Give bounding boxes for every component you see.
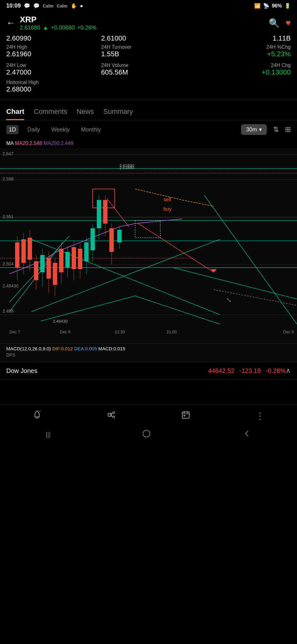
stat-val-24h-volume: 605.56M bbox=[101, 68, 196, 76]
period-weekly[interactable]: Weekly bbox=[49, 125, 72, 134]
stat-label-24h-high: 24H High bbox=[6, 44, 101, 50]
partial-val2: 2.61000 bbox=[101, 34, 196, 42]
chart-area[interactable]: 2.647 2.598 2.551 2.504 2.48430 2.458 2.… bbox=[0, 148, 297, 343]
notification-icon[interactable] bbox=[32, 410, 42, 422]
bottom-ticker-value: 44642.52 bbox=[208, 367, 234, 375]
chart-controls: 1D Daily Weekly Monthly 30m ▾ ⇅ ⊞ bbox=[0, 120, 297, 139]
calm-label-1: Calm bbox=[43, 3, 53, 8]
android-back-icon[interactable] bbox=[242, 429, 251, 440]
share-icon[interactable] bbox=[107, 410, 116, 422]
svg-line-17 bbox=[41, 296, 135, 321]
period-1d[interactable]: 1D bbox=[6, 125, 19, 134]
chevron-down-icon: ▾ bbox=[259, 126, 262, 133]
price-level-3: 2.551 bbox=[3, 214, 14, 219]
current-price: 2.61680 bbox=[20, 25, 40, 31]
stat-label-24h-volume: 24H Volume bbox=[101, 63, 196, 68]
price-change: +0.00680 bbox=[51, 25, 75, 31]
more-options-icon[interactable]: ⋮ bbox=[256, 411, 265, 421]
stat-label-24h-low: 24H Low bbox=[6, 63, 101, 68]
time: 10:09 bbox=[6, 3, 21, 9]
svg-rect-44 bbox=[72, 247, 76, 269]
price-level-6: 2.458 bbox=[3, 308, 14, 314]
stat-label-24h-chg: 24H Chg bbox=[196, 63, 291, 68]
status-left: 10:09 💬 💬 Calm Calm ✋ ● bbox=[6, 3, 83, 9]
stat-val-24h-chg: +0.13000 bbox=[196, 68, 291, 76]
svg-line-18 bbox=[135, 296, 220, 324]
messenger-icon-1: 💬 bbox=[24, 3, 30, 9]
svg-point-75 bbox=[143, 430, 150, 437]
svg-line-15 bbox=[204, 195, 297, 324]
svg-rect-30 bbox=[28, 238, 32, 260]
chart-tabs: Chart Comments News Summary bbox=[0, 103, 297, 120]
tab-summary[interactable]: Summary bbox=[103, 103, 133, 120]
stat-label-24h-pct: 24H %Chg bbox=[196, 44, 291, 50]
battery-icon: 🔋 bbox=[284, 3, 291, 9]
search-icon[interactable]: 🔍 bbox=[269, 18, 280, 28]
ticker-info: XRP 2.61680 ▲ +0.00680 +0.26% bbox=[20, 15, 264, 31]
period-daily[interactable]: Daily bbox=[25, 125, 42, 134]
svg-text:2.48430: 2.48430 bbox=[53, 319, 68, 324]
compare-icon[interactable]: ⇅ bbox=[273, 125, 279, 134]
time-1230: 12:30 bbox=[115, 330, 125, 334]
android-nav: ||| bbox=[0, 425, 297, 446]
tab-news[interactable]: News bbox=[77, 103, 94, 120]
layout-icon[interactable]: ⊞ bbox=[285, 125, 291, 134]
svg-line-19 bbox=[107, 198, 129, 227]
stat-val-24h-low: 2.47000 bbox=[6, 68, 101, 76]
stats-grid: 24H High 2.61960 24H Turnover 1.55B 24H … bbox=[0, 42, 297, 78]
stat-24h-low: 24H Low 2.47000 bbox=[6, 61, 101, 78]
svg-rect-59 bbox=[117, 230, 122, 242]
collapse-icon[interactable]: ∧ bbox=[286, 367, 291, 375]
svg-rect-57 bbox=[109, 228, 114, 252]
tab-chart[interactable]: Chart bbox=[6, 103, 24, 120]
android-home-icon[interactable] bbox=[142, 429, 151, 440]
svg-rect-55 bbox=[103, 200, 107, 224]
svg-rect-28 bbox=[21, 239, 26, 263]
partial-col2: 2.61000 bbox=[101, 34, 196, 42]
stat-24h-turnover: 24H Turnover 1.55B bbox=[101, 42, 196, 60]
svg-line-23 bbox=[182, 200, 214, 206]
svg-line-16 bbox=[173, 268, 297, 299]
svg-rect-52 bbox=[97, 200, 101, 228]
battery-label: 96% bbox=[272, 3, 282, 9]
status-right: 📶 📡 96% 🔋 bbox=[254, 3, 291, 9]
price-level-top: 2.647 bbox=[3, 151, 14, 156]
price-change-pct: +0.26% bbox=[77, 25, 96, 31]
tab-comments[interactable]: Comments bbox=[34, 103, 67, 120]
svg-rect-26 bbox=[15, 242, 19, 268]
svg-rect-50 bbox=[91, 228, 95, 250]
stat-val-24h-turnover: 1.55B bbox=[101, 50, 196, 58]
price-annotation-61890: 2.61890 bbox=[119, 165, 134, 170]
back-button[interactable]: ← bbox=[6, 18, 15, 28]
divider-1 bbox=[0, 100, 297, 100]
favorite-icon[interactable]: ♥ bbox=[285, 18, 291, 28]
svg-line-20 bbox=[138, 224, 214, 272]
svg-rect-65 bbox=[36, 417, 38, 418]
svg-rect-34 bbox=[40, 255, 45, 272]
partial-stats-row: 2.60990 2.61000 1.11B bbox=[0, 34, 297, 42]
calendar-icon[interactable] bbox=[181, 410, 190, 422]
stat-val-24h-high: 2.61960 bbox=[6, 50, 101, 58]
stat-24h-volume: 24H Volume 605.56M bbox=[101, 61, 196, 78]
macd-section: MACD(12.0,26.0,9.0) DIF:0.012 DEA:0.005 … bbox=[0, 343, 297, 362]
ma250-label: MA250:2.449 bbox=[43, 141, 73, 146]
sell-annotation: sell bbox=[163, 197, 171, 203]
messenger-icon-2: 💬 bbox=[33, 3, 40, 9]
hist-high-label: Historical High bbox=[6, 80, 291, 85]
android-recent-icon[interactable]: ||| bbox=[46, 431, 51, 438]
calm-label-2: Calm bbox=[57, 3, 67, 8]
period-monthly[interactable]: Monthly bbox=[79, 125, 103, 134]
partial-col3: 1.11B bbox=[196, 34, 291, 42]
svg-rect-70 bbox=[182, 412, 189, 418]
partial-col1: 2.60990 bbox=[6, 34, 101, 42]
svg-rect-32 bbox=[34, 261, 38, 280]
interval-selector[interactable]: 30m ▾ bbox=[241, 124, 267, 135]
price-level-4: 2.504 bbox=[3, 261, 14, 266]
interval-label: 30m bbox=[246, 126, 257, 133]
stat-24h-chg: 24H Chg +0.13000 bbox=[196, 61, 291, 78]
header: ← XRP 2.61680 ▲ +0.00680 +0.26% 🔍 ♥ bbox=[0, 12, 297, 34]
price-level-5: 2.48430 bbox=[3, 283, 19, 288]
macd-sublabel: DPS bbox=[6, 353, 291, 358]
svg-rect-42 bbox=[65, 252, 70, 268]
time-2100: 21:00 bbox=[167, 330, 177, 334]
